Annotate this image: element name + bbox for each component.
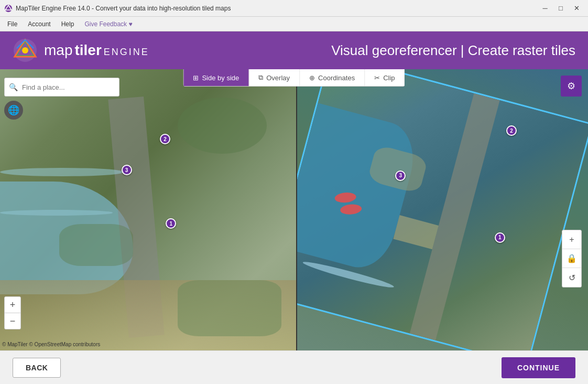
overlay-road: [409, 93, 499, 340]
svg-point-5: [22, 47, 28, 54]
overlay-beach: [393, 215, 438, 250]
control-point-right-1[interactable]: 1: [495, 232, 505, 243]
control-point-left-3[interactable]: 3: [122, 165, 132, 175]
menu-bar: File Account Help Give Feedback ♥: [0, 17, 588, 31]
right-map-panel[interactable]: 1 2 3 ⚙ + 🔒 ↺: [296, 69, 588, 350]
logo-engine: ENGINE: [104, 47, 149, 58]
tab-overlay[interactable]: ⧉ Overlay: [249, 69, 300, 86]
left-map-background: [0, 69, 296, 350]
logo-text-area: maptiler ENGINE: [44, 42, 149, 59]
tab-clip[interactable]: ✂ Clip: [365, 69, 404, 86]
zoom-controls-right: + 🔒 ↺: [562, 230, 582, 287]
settings-button[interactable]: ⚙: [561, 76, 582, 97]
bottom-bar: BACK CONTINUE: [0, 350, 588, 384]
close-button[interactable]: ✕: [569, 2, 584, 15]
zoom-in-right[interactable]: +: [562, 230, 581, 249]
search-box[interactable]: 🔍: [4, 78, 119, 97]
tabs-bar: ⊞ Side by side ⧉ Overlay ⊕ Coordinates ✂…: [183, 69, 405, 87]
map-terrain-1: [178, 98, 267, 154]
menu-feedback[interactable]: Give Feedback ♥: [79, 17, 137, 31]
maptiler-logo-icon: [13, 38, 38, 63]
wave-1: [0, 168, 124, 176]
refresh-button[interactable]: ↺: [562, 268, 581, 287]
menu-account[interactable]: Account: [23, 17, 56, 31]
overlay-icon: ⧉: [258, 73, 263, 82]
app-icon: [4, 4, 13, 13]
window-controls: ─ □ ✕: [538, 2, 584, 15]
search-icon: 🔍: [5, 83, 22, 91]
map-terrain-3: [178, 280, 281, 336]
title-bar: MapTiler Engine Free 14.0 - Convert your…: [0, 0, 588, 17]
app-header: maptiler ENGINE Visual georeferencer | C…: [0, 31, 588, 69]
lock-button[interactable]: 🔒: [562, 249, 581, 268]
menu-file[interactable]: File: [2, 17, 23, 31]
window-title: MapTiler Engine Free 14.0 - Convert your…: [16, 5, 231, 12]
minimize-button[interactable]: ─: [538, 2, 552, 15]
globe-icon: 🌐: [8, 104, 19, 116]
search-input[interactable]: [22, 83, 111, 91]
title-bar-left: MapTiler Engine Free 14.0 - Convert your…: [4, 4, 231, 13]
maximize-button[interactable]: □: [553, 2, 568, 15]
zoom-controls-left: + −: [4, 296, 21, 329]
logo-area: maptiler ENGINE: [13, 38, 149, 63]
map-terrain-2: [59, 224, 133, 266]
logo-map: map: [44, 42, 72, 59]
panel-divider: [296, 69, 297, 350]
menu-help[interactable]: Help: [56, 17, 80, 31]
coordinates-icon: ⊕: [309, 74, 315, 82]
continue-button[interactable]: CONTINUE: [502, 357, 575, 378]
logo-tiler: tiler: [74, 42, 101, 59]
clip-icon: ✂: [374, 74, 380, 82]
tab-side-by-side[interactable]: ⊞ Side by side: [183, 69, 249, 86]
main-content: ⊞ Side by side ⧉ Overlay ⊕ Coordinates ✂…: [0, 69, 588, 350]
page-title: Visual georeferencer | Create raster til…: [331, 42, 575, 59]
globe-button[interactable]: 🌐: [4, 101, 23, 120]
side-by-side-icon: ⊞: [193, 74, 199, 82]
wave-2: [0, 210, 113, 216]
zoom-in-left[interactable]: +: [5, 297, 20, 313]
gear-icon: ⚙: [567, 80, 575, 92]
left-map-panel[interactable]: 🔍 🌐 1 2 3 + − © MapTiler © OpenStreetMap…: [0, 69, 296, 350]
zoom-out-left[interactable]: −: [5, 313, 20, 329]
back-button[interactable]: BACK: [13, 358, 61, 378]
tab-coordinates[interactable]: ⊕ Coordinates: [300, 69, 365, 86]
map-attribution: © MapTiler © OpenStreetMap contributors: [2, 342, 100, 347]
